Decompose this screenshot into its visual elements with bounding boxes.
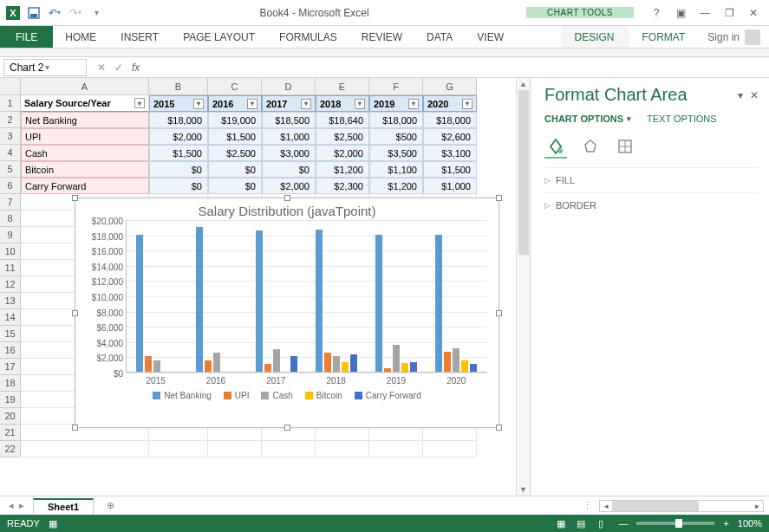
zoom-in-icon[interactable]: +	[723, 518, 728, 529]
table-row-label[interactable]: Carry Forward	[21, 178, 149, 194]
scroll-thumb[interactable]	[518, 90, 529, 255]
restore-icon[interactable]: ❐	[722, 7, 736, 19]
pane-section-border[interactable]: ▷BORDER	[544, 192, 759, 217]
zoom-level[interactable]: 100%	[738, 518, 762, 529]
chart-bar[interactable]	[196, 227, 203, 372]
chart-handle[interactable]	[72, 195, 78, 201]
pane-dropdown-icon[interactable]: ▾	[738, 89, 743, 101]
tab-review[interactable]: REVIEW	[349, 26, 414, 48]
tab-file[interactable]: FILE	[0, 26, 53, 48]
table-cell[interactable]: $18,000	[369, 112, 423, 128]
table-cell[interactable]: $0	[149, 178, 208, 194]
empty-cell[interactable]	[369, 441, 423, 457]
table-cell[interactable]: $1,500	[149, 145, 208, 161]
table-cell[interactable]: $2,000	[262, 178, 316, 194]
empty-cell[interactable]	[423, 441, 477, 457]
table-cell[interactable]: $500	[369, 128, 423, 145]
chart-handle[interactable]	[72, 425, 78, 431]
chart-handle[interactable]	[284, 195, 290, 201]
chart-bar[interactable]	[324, 353, 331, 372]
table-cell[interactable]: $1,500	[208, 128, 262, 145]
sheet-tab-sheet1[interactable]: Sheet1	[33, 498, 94, 515]
legend-item[interactable]: UPI	[224, 391, 250, 400]
view-page-break-icon[interactable]: ▯	[592, 518, 609, 529]
chart-plot-area[interactable]: $0$2,000$4,000$6,000$8,000$10,000$12,000…	[126, 220, 486, 373]
chart-bar[interactable]	[470, 364, 477, 372]
table-row-label[interactable]: Net Banking	[21, 112, 149, 128]
row-header-19[interactable]: 19	[0, 392, 21, 408]
view-page-layout-icon[interactable]: ▤	[572, 518, 590, 529]
col-header-F[interactable]: F	[369, 78, 423, 95]
table-cell[interactable]: $0	[149, 161, 208, 178]
pane-close-icon[interactable]: ✕	[750, 89, 759, 101]
empty-cell[interactable]	[262, 441, 316, 457]
row-header-7[interactable]: 7	[0, 194, 21, 211]
row-header-8[interactable]: 8	[0, 211, 21, 227]
row-header-12[interactable]: 12	[0, 276, 21, 293]
table-cell[interactable]: $19,000	[208, 112, 262, 128]
table-cell[interactable]: $3,100	[423, 145, 477, 161]
col-header-A[interactable]: A	[21, 78, 149, 95]
row-header-4[interactable]: 4	[0, 145, 21, 161]
table-header-year[interactable]: 2020▾	[423, 95, 477, 112]
row-header-14[interactable]: 14	[0, 309, 21, 326]
table-cell[interactable]: $2,500	[208, 145, 262, 161]
filter-icon[interactable]: ▾	[134, 98, 145, 108]
table-header-year[interactable]: 2019▾	[369, 95, 423, 112]
view-normal-icon[interactable]: ▦	[552, 518, 570, 529]
scroll-down-icon[interactable]: ▼	[517, 483, 530, 496]
tab-formulas[interactable]: FORMULAS	[267, 26, 349, 48]
table-cell[interactable]: $2,000	[149, 128, 208, 145]
cancel-formula-icon[interactable]: ✕	[97, 62, 106, 74]
sheet-nav-last-icon[interactable]: ▸	[19, 500, 24, 511]
col-header-D[interactable]: D	[262, 78, 316, 95]
tab-page-layout[interactable]: PAGE LAYOUT	[171, 26, 267, 48]
confirm-formula-icon[interactable]: ✓	[114, 62, 123, 74]
chart-bar[interactable]	[153, 360, 160, 372]
legend-item[interactable]: Carry Forward	[355, 391, 421, 400]
filter-icon[interactable]: ▾	[462, 99, 472, 109]
chart-bar[interactable]	[333, 356, 340, 372]
filter-icon[interactable]: ▾	[247, 99, 257, 109]
row-header-1[interactable]: 1	[0, 95, 21, 112]
zoom-out-icon[interactable]: —	[618, 518, 628, 529]
row-header-13[interactable]: 13	[0, 293, 21, 309]
empty-cell[interactable]	[21, 441, 149, 457]
sheet-nav-first-icon[interactable]: ◂	[9, 500, 14, 511]
chart-bar[interactable]	[205, 360, 212, 372]
filter-icon[interactable]: ▾	[408, 99, 419, 109]
table-cell[interactable]: $18,500	[262, 112, 316, 128]
table-header-year[interactable]: 2015▾	[149, 95, 208, 112]
table-cell[interactable]: $18,000	[149, 112, 208, 128]
size-properties-icon[interactable]	[614, 136, 636, 159]
row-header-5[interactable]: 5	[0, 161, 21, 178]
tab-split-handle[interactable]: ⋮	[576, 500, 599, 511]
row-header-16[interactable]: 16	[0, 342, 21, 359]
chart-handle[interactable]	[496, 310, 502, 316]
minimize-icon[interactable]: —	[698, 7, 712, 19]
table-cell[interactable]: $3,000	[262, 145, 316, 161]
table-cell[interactable]: $18,640	[316, 112, 369, 128]
tab-design[interactable]: DESIGN	[561, 26, 629, 48]
row-header-11[interactable]: 11	[0, 260, 21, 276]
fx-icon[interactable]: fx	[132, 62, 140, 74]
chart-bar[interactable]	[393, 345, 400, 372]
macro-record-icon[interactable]: ▦	[49, 518, 57, 529]
tab-insert[interactable]: INSERT	[108, 26, 171, 48]
row-header-17[interactable]: 17	[0, 359, 21, 375]
scroll-up-icon[interactable]: ▲	[517, 78, 530, 90]
empty-cell[interactable]	[208, 441, 262, 457]
vertical-scrollbar[interactable]: ▲ ▼	[516, 78, 530, 496]
chart-bar[interactable]	[401, 363, 408, 372]
chart-bar[interactable]	[375, 235, 382, 372]
table-cell[interactable]: $1,200	[316, 161, 369, 178]
chart-handle[interactable]	[496, 425, 502, 431]
table-cell[interactable]: $3,500	[369, 145, 423, 161]
add-sheet-button[interactable]: ⊕	[102, 500, 118, 511]
embedded-chart[interactable]: Salary Distribution (javaTpoint) $0$2,00…	[75, 198, 499, 428]
table-row-label[interactable]: UPI	[21, 128, 149, 145]
chart-bar[interactable]	[290, 356, 297, 372]
legend-item[interactable]: Bitcoin	[305, 391, 342, 400]
chart-bar[interactable]	[384, 368, 391, 372]
chart-bar[interactable]	[435, 235, 442, 372]
